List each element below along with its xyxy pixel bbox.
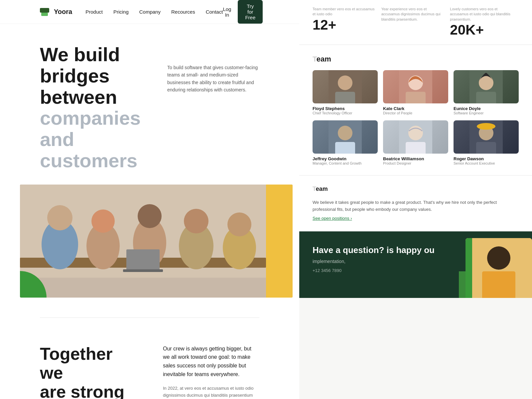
stat-cust-desc: Lovely customers vero eos et accusamus e… [450,7,512,22]
right-panel-inner: Team member vero eos et accusamus et ius… [299,0,532,298]
team-photo-jeffrey [313,120,378,154]
team-role-roger: Senior Account Executive [454,161,519,165]
together-main-para: Our crew is always getting bigger, but w… [163,344,259,378]
team-description-section: Team We believe it takes great people to… [299,176,532,231]
nav-product[interactable]: Product [85,9,103,15]
hero-image-svg [20,185,293,298]
team-name-jeffrey: Jeffrey Goodwin [313,156,378,161]
contact-person-image [466,238,532,298]
svg-point-11 [184,209,208,233]
eunice-avatar [469,70,503,103]
hero-text: We build bridges between companies and c… [40,44,141,171]
team-role-eunice: Software Engineer [454,111,519,115]
team-photo-roger [454,120,519,154]
hero-section: We build bridges between companies and c… [0,24,299,171]
svg-rect-34 [476,142,496,154]
team-role-kate: Director of People [383,111,448,115]
bottom-section: Together we are strong Our crew is alway… [0,318,299,399]
svg-rect-28 [335,142,355,154]
svg-rect-36 [479,125,493,128]
logo[interactable]: Yoora [40,8,72,16]
team-member-4: Jeffrey Goodwin Manager, Content and Gro… [313,120,378,165]
team-desc-label: Team [313,186,519,193]
jeffrey-avatar [329,120,362,154]
team-role-beatrice: Product Designer [383,161,448,165]
svg-point-38 [487,246,510,270]
nav-links: Product Pricing Company Recources Contac… [85,9,223,15]
team-photo-eunice [454,70,519,103]
nav-resources[interactable]: Recources [171,9,195,15]
stats-row: Team member vero eos et accusamus et ius… [299,0,532,45]
together-title: Together we are strong [40,344,136,399]
together-line2: are strong [40,382,124,399]
hero-image-container [20,185,293,298]
svg-rect-31 [406,142,426,154]
try-for-free-button[interactable]: Try for Free [238,0,263,24]
team-name-floyd: Floyd Stephens [313,106,378,111]
nav-pricing[interactable]: Pricing [113,9,129,15]
contact-section: Have a question? is happy ou implementat… [299,231,532,298]
svg-rect-15 [126,249,160,271]
stat-experience: Year experience vero eos et accusamus di… [381,7,450,38]
svg-rect-40 [466,238,472,298]
svg-point-24 [479,75,493,90]
contact-person-svg [466,238,532,298]
hero-description: To build software that gives customer-fa… [167,51,259,94]
svg-point-13 [227,212,251,236]
team-grid: Floyd Stephens Chief Technology Officer [313,70,519,165]
hero-title: We build bridges between companies and c… [40,44,141,171]
svg-rect-19 [335,92,355,103]
team-desc-text: We believe it takes great people to make… [313,199,519,213]
svg-rect-25 [476,92,496,103]
hero-title-line1: We build bridges [40,44,120,86]
team-name-kate: Kate Clark [383,106,448,111]
see-open-positions-link[interactable]: See open positions › [313,216,352,221]
logo-icon [40,8,51,16]
navbar-right: Log In Try for Free [223,0,263,24]
hero-image [20,185,293,298]
team-section-label: Team [313,55,519,64]
together-sub-para: In 2022, at vero eos et accusamus et ius… [163,385,259,399]
svg-rect-22 [406,92,426,103]
navbar: Yoora Product Pricing Company Recources … [0,0,299,24]
team-role-jeffrey: Manager, Content and Growth [313,161,378,165]
floyd-avatar [329,70,362,103]
nav-company[interactable]: Company [139,9,161,15]
team-member-5: Beatrice Williamson Product Designer [383,120,448,165]
stat-team-number: 12+ [313,17,375,33]
team-photo-kate [383,70,448,103]
beatrice-avatar [399,120,432,154]
svg-point-9 [138,204,162,228]
together-line1: Together we [40,344,113,382]
navbar-left: Yoora Product Pricing Company Recources … [40,8,223,16]
team-member-3: Eunice Doyle Software Engineer [454,70,519,115]
svg-rect-16 [123,269,163,272]
kate-avatar [399,70,432,103]
right-panel: Team member vero eos et accusamus et ius… [299,0,532,399]
stat-team-members: Team member vero eos et accusamus et ius… [313,7,381,38]
logo-text: Yoora [54,8,72,16]
team-name-roger: Roger Dawson [454,156,519,161]
login-button[interactable]: Log In [223,6,231,18]
team-grid-section: Team Floyd Stephens Chief Tec [299,45,532,176]
team-name-eunice: Eunice Doyle [454,106,519,111]
team-member-1: Floyd Stephens Chief Technology Officer [313,70,378,115]
stat-customers: Lovely customers vero eos et accusamus e… [450,7,519,38]
svg-rect-39 [482,271,515,298]
together-description: Our crew is always getting bigger, but w… [163,344,259,399]
team-name-beatrice: Beatrice Williamson [383,156,448,161]
team-member-6: Roger Dawson Senior Account Executive [454,120,519,165]
nav-contact[interactable]: Contact [206,9,223,15]
together-title-block: Together we are strong [40,344,136,399]
svg-point-18 [338,75,352,90]
bottom-grid: Together we are strong Our crew is alway… [40,344,259,399]
svg-point-27 [338,126,352,140]
team-role-floyd: Chief Technology Officer [313,111,378,115]
hero-title-customers: and customers [40,128,137,171]
hero-description-text: To build software that gives customer-fa… [167,64,259,94]
roger-avatar [469,120,503,154]
svg-point-5 [47,205,72,230]
stat-exp-desc: Year experience vero eos et accusamus di… [381,7,444,22]
svg-point-7 [91,209,115,233]
hero-title-companies: companies [40,107,141,129]
